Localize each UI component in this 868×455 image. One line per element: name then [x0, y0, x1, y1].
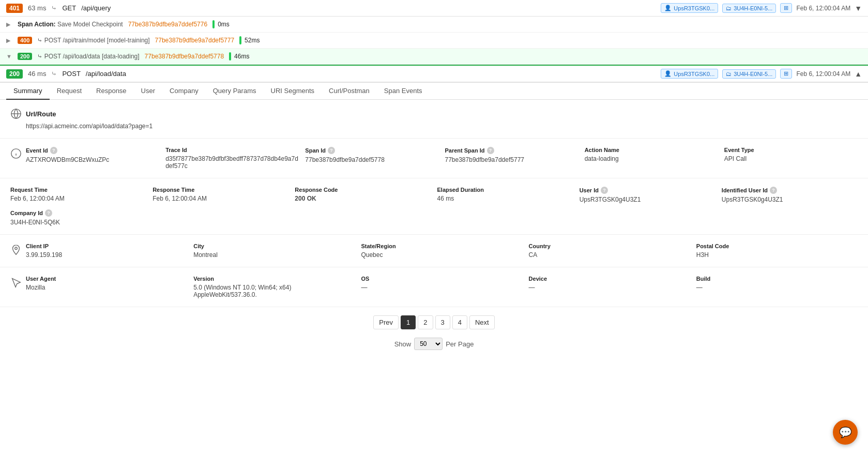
span-row-2[interactable]: ▼ 200 ⤷ POST /api/load/data [data-loadin… [0, 49, 868, 65]
tabs-bar: Summary Request Response User Company Qu… [0, 83, 868, 100]
os-label: OS [361, 276, 369, 282]
span-trace-id-1: 77be387b9dfbe9a7ddef5777 [155, 37, 235, 44]
url-route-value: https://api.acmeinc.com/api/load/data?pa… [10, 123, 858, 130]
trace-id-label: Trace Id [165, 147, 187, 153]
badge-company-active[interactable]: 🗂 3U4H-E0NI-5... [722, 69, 776, 79]
identified-user-value: UpsR3TGSK0g4U3Z1 [722, 196, 858, 203]
page-btn-2[interactable]: 2 [418, 315, 433, 329]
span-toggle-0[interactable]: ▶ [6, 21, 12, 28]
span-id-help[interactable]: ? [328, 147, 335, 154]
field-build: Build — [696, 276, 858, 298]
trace-icon-active: ⊞ [784, 70, 788, 77]
span-status-200: 200 [18, 53, 32, 60]
os-value: — [361, 284, 522, 291]
trace-id-value: d35f7877be387b9dfbf3bedff78737d78db4e9a7… [165, 155, 299, 170]
badge-user-active[interactable]: 👤 UpsR3TGSK0... [661, 69, 718, 79]
city-label: City [193, 243, 204, 249]
collapse-btn-401[interactable]: ▼ [855, 4, 862, 12]
page-btn-4[interactable]: 4 [452, 315, 467, 329]
field-request-time: Request Time Feb 6, 12:00:04 AM [10, 187, 146, 203]
show-label: Show [394, 340, 412, 348]
event-id-help[interactable]: ? [50, 147, 57, 154]
company-icon-1: 🗂 [726, 5, 732, 11]
span-status-400: 400 [18, 37, 32, 44]
field-device: Device — [529, 276, 690, 298]
tab-company[interactable]: Company [162, 83, 206, 100]
top-bar-401: 401 63 ms ⤷ GET /api/query 👤 UpsR3TGSK0.… [0, 0, 868, 17]
tab-request[interactable]: Request [50, 83, 89, 100]
client-ip-label: Client IP [26, 243, 49, 249]
user-id-value: UpsR3TGSK0g4U3Z1 [580, 196, 715, 203]
field-event-type: Event Type API Call [724, 147, 858, 170]
tab-curl-postman[interactable]: Curl/Postman [322, 83, 377, 100]
state-region-value: Quebec [361, 251, 522, 259]
active-status: 200 [6, 69, 23, 79]
tab-response[interactable]: Response [89, 83, 134, 100]
field-client-ip: Client IP 3.99.159.198 [26, 243, 187, 259]
tab-uri-segments[interactable]: URI Segments [264, 83, 322, 100]
field-span-id: Span Id ? 77be387b9dfbe9a7ddef5778 [305, 147, 438, 170]
cursor-icon [10, 277, 22, 288]
request-time-value: Feb 6, 12:00:04 AM [10, 195, 146, 202]
device-value: — [529, 284, 690, 291]
response-time-label: Response Time [153, 187, 194, 193]
tab-query-params[interactable]: Query Params [206, 83, 264, 100]
span-toggle-1[interactable]: ▶ [6, 37, 12, 44]
fields-section-1: Event Id ? AZTXROWDBm9CBzWxuZPc Trace Id… [0, 139, 868, 178]
field-action-name: Action Name data-loading [585, 147, 718, 170]
tab-summary[interactable]: Summary [6, 83, 50, 100]
tab-span-events[interactable]: Span Events [377, 83, 430, 100]
field-response-time: Response Time Feb 6, 12:00:04 AM [153, 187, 288, 203]
identified-user-help[interactable]: ? [770, 187, 777, 194]
show-select[interactable]: 50 25 100 [414, 338, 443, 350]
event-id-value: AZTXROWDBm9CBzWxuZPc [26, 156, 159, 163]
elapsed-duration-value: 46 ms [437, 195, 573, 202]
active-request-right: 👤 UpsR3TGSK0... 🗂 3U4H-E0NI-5... ⊞ Feb 6… [661, 69, 862, 79]
tab-user[interactable]: User [134, 83, 162, 100]
prev-btn[interactable]: Prev [373, 315, 399, 329]
collapse-btn-active[interactable]: ▲ [855, 70, 862, 78]
field-company-id: Company Id ? 3U4H-E0NI-5Q6K [10, 209, 114, 226]
active-method-icon: ⤷ [51, 70, 57, 78]
company-icon-active: 🗂 [726, 71, 732, 77]
span-duration-1: 52ms [239, 36, 260, 44]
field-user-agent: User Agent Mozilla [26, 276, 187, 298]
span-row-1[interactable]: ▶ 400 ⤷ POST /api/train/model [model-tra… [0, 33, 868, 49]
span-label-2: ⤷ POST /api/load/data [data-loading] [37, 53, 139, 60]
postal-code-label: Postal Code [696, 243, 729, 249]
company-id-help[interactable]: ? [45, 209, 52, 217]
action-name-value: data-loading [585, 155, 718, 162]
fields-section-2: Request Time Feb 6, 12:00:04 AM Response… [0, 178, 868, 235]
user-agent-value: Mozilla [26, 284, 187, 291]
client-ip-value: 3.99.159.198 [26, 251, 187, 259]
build-value: — [696, 284, 858, 291]
parent-span-label: Parent Span Id [445, 147, 484, 154]
page-btn-3[interactable]: 3 [435, 315, 450, 329]
user-id-label: User Id [580, 187, 599, 193]
trace-icon-1: ⊞ [784, 5, 788, 11]
span-row-0[interactable]: ▶ Span Action: Save Model Checkpoint 77b… [0, 17, 868, 33]
badge-trace-active[interactable]: ⊞ [780, 69, 792, 79]
field-version: Version 5.0 (Windows NT 10.0; Win64; x64… [193, 276, 355, 298]
country-value: CA [529, 251, 690, 259]
timestamp-401: Feb 6, 12:00:04 AM [796, 5, 850, 12]
device-label: Device [529, 276, 547, 282]
field-city: City Montreal [193, 243, 355, 259]
postal-code-value: H3H [696, 251, 858, 259]
span-toggle-2[interactable]: ▼ [6, 53, 12, 59]
city-value: Montreal [193, 251, 355, 259]
parent-span-help[interactable]: ? [487, 147, 494, 154]
field-user-id: User Id ? UpsR3TGSK0g4U3Z1 [580, 187, 715, 203]
event-type-label: Event Type [724, 147, 754, 153]
field-response-code: Response Code 200 OK [295, 187, 431, 203]
user-id-help[interactable]: ? [601, 187, 608, 194]
page-btn-1[interactable]: 1 [401, 315, 416, 329]
badge-user-401[interactable]: 👤 UpsR3TGSK0... [661, 3, 718, 13]
next-btn[interactable]: Next [469, 315, 495, 329]
duration-bar-2 [229, 52, 231, 60]
field-event-id: Event Id ? AZTXROWDBm9CBzWxuZPc [26, 147, 159, 170]
pagination: Prev 1 2 3 4 Next [0, 307, 868, 338]
badge-company-401[interactable]: 🗂 3U4H-E0NI-5... [722, 4, 776, 13]
company-id-label: Company Id [10, 210, 43, 216]
badge-trace-401[interactable]: ⊞ [780, 3, 792, 13]
